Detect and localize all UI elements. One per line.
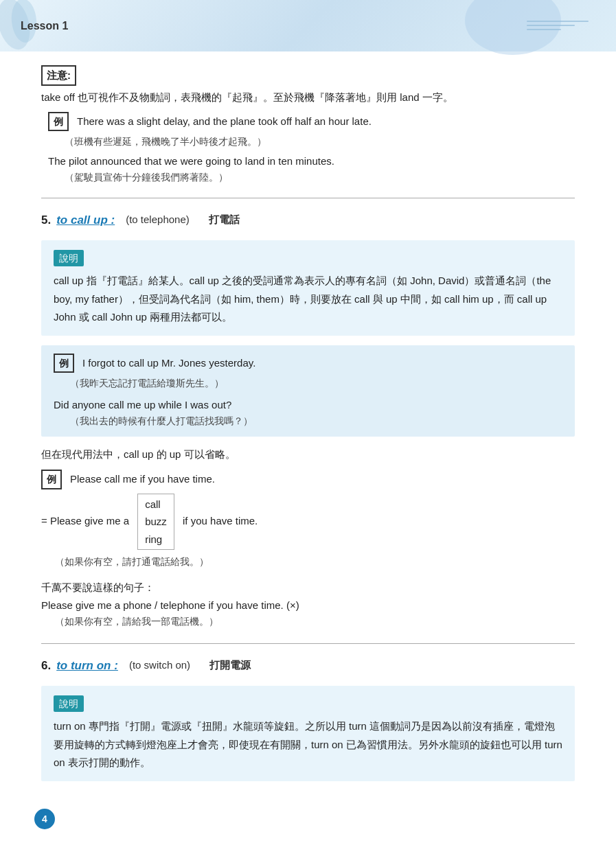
note-example-1-chinese: （班機有些遲延，飛機晚了半小時後才起飛。） (48, 134, 575, 149)
section-5-examples-box: 例 I forgot to call up Mr. Jones yesterda… (41, 345, 575, 437)
section-5-translation2: （如果你有空，請打通電話給我。） (41, 554, 575, 569)
section-5-modern-note: 但在現代用法中，call up 的 up 可以省略。 (41, 446, 575, 463)
section-5-example-1-chinese: （我昨天忘記打電話給瓊斯先生。） (54, 376, 562, 391)
section-5-explain-label-wrapper: 說明 (54, 250, 562, 272)
divider-1 (41, 198, 575, 198)
section-5-definition: (to telephone) (126, 211, 190, 228)
section-5-example-2-chinese: （我出去的時候有什麼人打電話找我嗎？） (54, 413, 562, 428)
section-5-warning-text: 千萬不要說這樣的句子： (41, 579, 575, 597)
section-5-example-1-english: I forgot to call up Mr. Jones yesterday. (82, 355, 255, 371)
note-example-2-chinese: （駕駛員宣佈十分鐘後我們將著陸。） (48, 170, 575, 185)
section-5-warning: 千萬不要說這樣的句子： Please give me a phone / tel… (41, 579, 575, 629)
section-6-explain-label: 說明 (54, 695, 84, 712)
header-lines-decoration (527, 21, 589, 30)
lesson-title: Lesson 1 (21, 17, 68, 35)
section-5-example-2-english: Did anyone call me up while I was out? (54, 397, 562, 413)
header-line-3 (527, 29, 561, 30)
section-5-equal-text: = Please give me a (41, 515, 129, 527)
section-5-explain-label: 說明 (54, 250, 84, 266)
call-option-ring: ring (145, 533, 162, 545)
section-5-explain-box: 說明 call up 指『打電話』給某人。call up 之後的受詞通常為表示人… (41, 240, 575, 336)
main-content: 注意: take off 也可視作不及物動詞，表飛機的『起飛』。至於飛機『降落著… (0, 51, 616, 818)
section-5-example-1-row: 例 I forgot to call up Mr. Jones yesterda… (54, 354, 562, 373)
section-5-phrase: to call up : (56, 211, 115, 229)
section-6: 6. to turn on : (to switch on) 打開電源 說明 t… (41, 656, 575, 781)
page: Lesson 1 注意: take off 也可視作不及物動詞，表飛機的『起飛』… (0, 0, 616, 843)
section-5: 5. to call up : (to telephone) 打電話 說明 ca… (41, 211, 575, 630)
section-5-example2-block: 例 Please call me if you have time. = Ple… (41, 470, 575, 569)
section-6-explain-text: turn on 專門指『打開』電源或『扭開』水龍頭等旋鈕。之所以用 turn 這… (54, 717, 562, 772)
header-line-1 (527, 21, 589, 22)
note-label-box: 注意: (41, 65, 575, 89)
section-5-number: 5. (41, 211, 51, 229)
header-line-2 (527, 25, 575, 26)
note-section: 注意: take off 也可視作不及物動詞，表飛機的『起飛』。至於飛機『降落著… (41, 65, 575, 185)
note-text: take off 也可視作不及物動詞，表飛機的『起飛』。至於飛機『降落著地』則用… (41, 89, 575, 106)
note-example-1: 例 There was a slight delay, and the plan… (48, 112, 575, 131)
note-example-1-english: There was a slight delay, and the plane … (77, 113, 372, 130)
section-5-call-options: call buzz ring (137, 494, 174, 551)
section-5-example-label-1: 例 (54, 354, 74, 373)
note-example-label-1: 例 (48, 112, 69, 131)
section-6-chinese: 打開電源 (209, 657, 251, 673)
section-5-warning-chinese: （如果你有空，請給我一部電話機。） (41, 614, 575, 629)
section-5-equal-text2: if you have time. (183, 515, 258, 527)
section-6-number: 6. (41, 656, 51, 675)
section-5-warning-wrong: Please give me a phone / telephone if yo… (41, 597, 575, 614)
section-5-example2-text: Please call me if you have time. (70, 471, 215, 487)
section-5-example2-label: 例 (41, 470, 62, 489)
call-option-buzz: buzz (145, 516, 167, 527)
section-6-phrase: to turn on : (56, 656, 118, 675)
section-6-explain-label-wrapper: 說明 (54, 695, 562, 717)
section-5-chinese: 打電話 (209, 211, 240, 228)
section-6-definition: (to switch on) (129, 657, 190, 673)
header: Lesson 1 (0, 0, 616, 51)
call-option-call: call (145, 498, 161, 510)
page-number: 4 (34, 809, 55, 829)
section-5-header: 5. to call up : (to telephone) 打電話 (41, 211, 575, 229)
section-6-header: 6. to turn on : (to switch on) 打開電源 (41, 656, 575, 675)
section-5-explain-text: call up 指『打電話』給某人。call up 之後的受詞通常為表示人的專有… (54, 272, 562, 326)
divider-2 (41, 643, 575, 644)
note-example-2-english: The pilot announced that we were going t… (48, 153, 575, 170)
note-label: 注意: (41, 65, 76, 86)
section-5-equal-line: = Please give me a call buzz ring if you… (41, 494, 575, 551)
note-examples: 例 There was a slight delay, and the plan… (41, 112, 575, 185)
section-5-example2-row: 例 Please call me if you have time. (41, 470, 575, 489)
section-6-explain-box: 說明 turn on 專門指『打開』電源或『扭開』水龍頭等旋鈕。之所以用 tur… (41, 686, 575, 781)
